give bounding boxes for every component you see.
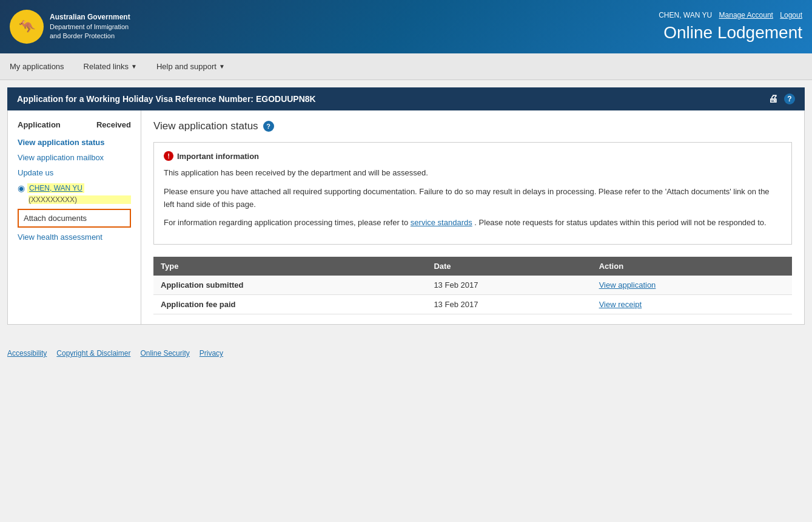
- nav-my-applications[interactable]: My applications: [0, 53, 74, 80]
- cell-type: Application submitted: [153, 276, 426, 295]
- sidebar-view-application-status[interactable]: View application status: [18, 138, 131, 147]
- sidebar-view-application-mailbox[interactable]: View application mailbox: [18, 153, 131, 162]
- nav-help-support[interactable]: Help and support ▼: [147, 53, 235, 80]
- sidebar: Application Received View application st…: [8, 110, 141, 324]
- content-panel: View application status ? ! Important in…: [141, 110, 804, 324]
- main-content: Application Received View application st…: [7, 110, 805, 325]
- app-header-icons: 🖨 ?: [768, 93, 795, 104]
- service-standards-link[interactable]: service standards: [411, 218, 472, 227]
- logout-link[interactable]: Logout: [780, 11, 802, 19]
- manage-account-link[interactable]: Manage Account: [719, 11, 773, 19]
- person-name[interactable]: CHEN, WAN YU: [27, 183, 84, 193]
- cell-date: 13 Feb 2017: [426, 295, 591, 314]
- print-icon[interactable]: 🖨: [768, 93, 778, 104]
- person-arrow-icon: ◉: [18, 183, 25, 193]
- important-title: ! Important information: [164, 151, 782, 161]
- dept-name: Australian Government Department of Immi…: [50, 12, 130, 41]
- table-header-row: Type Date Action: [153, 257, 792, 276]
- attach-documents-button[interactable]: Attach documents: [18, 209, 131, 228]
- site-title: Online Lodgement: [659, 23, 802, 42]
- help-support-arrow-icon: ▼: [219, 63, 225, 70]
- footer-link-copyright--disclaimer[interactable]: Copyright & Disclaimer: [56, 349, 130, 358]
- cell-action: View application: [592, 276, 792, 295]
- help-icon[interactable]: ?: [784, 93, 795, 104]
- col-date: Date: [426, 257, 591, 276]
- important-text-2: Please ensure you have attached all requ…: [164, 186, 782, 211]
- sidebar-view-health-assessment[interactable]: View health assessment: [18, 232, 131, 242]
- footer-link-online-security[interactable]: Online Security: [140, 349, 189, 358]
- application-title: Application for a Working Holiday Visa R…: [17, 94, 316, 104]
- important-info-box: ! Important information This application…: [153, 142, 792, 245]
- sidebar-header: Application Received: [18, 120, 131, 129]
- coat-of-arms-icon: 🦘: [10, 10, 44, 44]
- table-row: Application submitted13 Feb 2017View app…: [153, 276, 792, 295]
- sidebar-heading-received: Received: [96, 120, 131, 129]
- related-links-arrow-icon: ▼: [131, 63, 137, 70]
- footer: AccessibilityCopyright & DisclaimerOnlin…: [0, 339, 812, 367]
- person-id: (XXXXXXXXX): [29, 195, 131, 204]
- footer-link-privacy[interactable]: Privacy: [200, 349, 223, 358]
- sidebar-person: ◉ CHEN, WAN YU: [18, 183, 131, 193]
- col-action: Action: [592, 257, 792, 276]
- header-right: CHEN, WAN YU Manage Account Logout Onlin…: [659, 11, 802, 42]
- view-receipt-link[interactable]: View receipt: [599, 300, 642, 309]
- error-circle-icon: !: [164, 151, 173, 161]
- important-text-3: For information regarding application pr…: [164, 217, 782, 229]
- application-header-bar: Application for a Working Holiday Visa R…: [7, 87, 805, 110]
- sidebar-update-us[interactable]: Update us: [18, 168, 131, 177]
- user-info: CHEN, WAN YU Manage Account Logout: [659, 11, 802, 19]
- main-navigation: My applications Related links ▼ Help and…: [0, 53, 812, 80]
- col-type: Type: [153, 257, 426, 276]
- cell-type: Application fee paid: [153, 295, 426, 314]
- content-title-area: View application status ?: [153, 120, 792, 132]
- page-container: Application for a Working Holiday Visa R…: [0, 80, 812, 332]
- important-text-1: This application has been received by th…: [164, 167, 782, 180]
- page-header: 🦘 Australian Government Department of Im…: [0, 0, 812, 53]
- content-heading: View application status: [153, 120, 258, 132]
- cell-date: 13 Feb 2017: [426, 276, 591, 295]
- cell-action: View receipt: [592, 295, 792, 314]
- footer-link-accessibility[interactable]: Accessibility: [7, 349, 47, 358]
- view-application-link[interactable]: View application: [599, 280, 656, 290]
- nav-related-links[interactable]: Related links ▼: [74, 53, 147, 80]
- status-table: Type Date Action Application submitted13…: [153, 257, 792, 314]
- table-body: Application submitted13 Feb 2017View app…: [153, 276, 792, 314]
- logo-area: 🦘 Australian Government Department of Im…: [10, 10, 130, 44]
- content-help-icon[interactable]: ?: [263, 121, 274, 132]
- sidebar-heading-application: Application: [18, 120, 61, 129]
- table-row: Application fee paid13 Feb 2017View rece…: [153, 295, 792, 314]
